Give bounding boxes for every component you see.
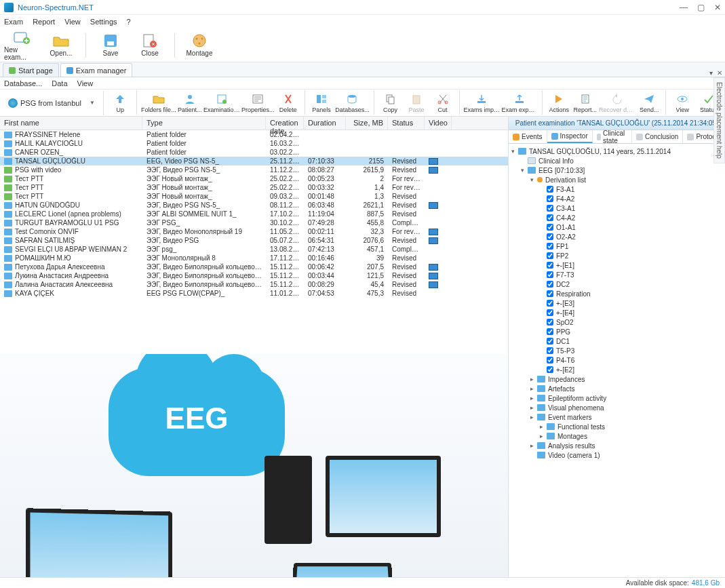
- tree-channel[interactable]: Respiration: [510, 289, 724, 298]
- maximize-button[interactable]: ▢: [697, 3, 705, 12]
- table-row[interactable]: Петухова Дарья АлексеевнаЭЭГ, Видео Бипо…: [0, 262, 508, 271]
- table-row[interactable]: LECLERC Lionel (apnea problems)ЭЭГ ALBI …: [0, 210, 508, 218]
- tab-close-icon[interactable]: ✕: [717, 69, 722, 77]
- tree-eeg[interactable]: ▾EEG [07:10:33]: [510, 165, 724, 175]
- new-exam-button[interactable]: New exam...: [4, 29, 39, 62]
- tree-channel[interactable]: P4-T6: [510, 355, 724, 365]
- col-size[interactable]: Size, MB: [346, 117, 388, 130]
- channel-checkbox[interactable]: [547, 186, 553, 193]
- col-type[interactable]: Type: [142, 117, 266, 130]
- tb2-panels-button[interactable]: Panels: [309, 90, 334, 116]
- tab-start-page[interactable]: Start page: [3, 63, 59, 77]
- channel-checkbox[interactable]: [547, 224, 553, 231]
- table-row[interactable]: CANER OZEN_Patient folder03.02.2015: [0, 148, 508, 157]
- tree-channel[interactable]: FP2: [510, 251, 724, 260]
- tb2-databases-button[interactable]: Databases...: [335, 90, 370, 116]
- tree-channel[interactable]: SpO2: [510, 317, 724, 327]
- channel-checkbox[interactable]: [547, 300, 553, 307]
- tree-clinical-info[interactable]: Clinical Info: [510, 156, 724, 165]
- table-row[interactable]: KAYA ÇIÇEKEEG PSG FLOW(CPAP)_11.01.20180…: [0, 289, 508, 298]
- table-row[interactable]: SEVGİ ELÇİ U8 ABPAP WEINMAN 2ЭЭГ psg_13.…: [0, 245, 508, 254]
- rtab-clinical-state[interactable]: Clinical state: [593, 130, 632, 143]
- tb2-properties-button[interactable]: Properties...: [241, 90, 275, 116]
- database-dropdown[interactable]: PSG from Istanbul ▼: [4, 97, 99, 109]
- channel-checkbox[interactable]: [547, 281, 553, 288]
- table-row[interactable]: HATUN GÜNDOĞDUЭЭГ, Видео PSG NS-5_08.11.…: [0, 201, 508, 210]
- electrode-help-tab[interactable]: Electrode placement help: [713, 77, 725, 163]
- tree-derivation[interactable]: ▾Derivation list: [510, 175, 724, 184]
- tb2-export-button[interactable]: Exam export...: [501, 90, 538, 116]
- tree-folder-video-camera-1-[interactable]: Video (camera 1): [510, 450, 724, 460]
- tree-folder-impedances[interactable]: ▸Impedances: [510, 374, 724, 384]
- table-row[interactable]: Test Comonix ONVIFЭЭГ, Видео Монополярны…: [0, 227, 508, 236]
- sub-view[interactable]: View: [77, 79, 94, 87]
- tree-channel[interactable]: FP1: [510, 241, 724, 251]
- tree-channel[interactable]: DC1: [510, 336, 724, 346]
- tree-channel[interactable]: F3-A1: [510, 184, 724, 194]
- channel-checkbox[interactable]: [547, 338, 553, 345]
- channel-checkbox[interactable]: [547, 309, 553, 316]
- rtab-inspector[interactable]: Inspector: [547, 130, 593, 143]
- table-row[interactable]: Тест PTTЭЭГ Новый монтаж_09.03.201600:01…: [0, 192, 508, 201]
- channel-checkbox[interactable]: [547, 233, 553, 240]
- sub-data[interactable]: Data: [52, 79, 67, 87]
- col-duration[interactable]: Duration: [304, 117, 346, 130]
- tb2-send-button[interactable]: Send...: [637, 90, 661, 116]
- tb2-copy-button[interactable]: Copy: [378, 90, 402, 116]
- rtab-conclusion[interactable]: Conclusion: [632, 130, 683, 143]
- tree-folder-event-markers[interactable]: ▸Event markers: [510, 412, 724, 422]
- tb2-actions-button[interactable]: Actions: [547, 90, 571, 116]
- tree-channel[interactable]: +-[E4]: [510, 308, 724, 317]
- tab-dropdown-icon[interactable]: ▾: [709, 69, 713, 77]
- channel-checkbox[interactable]: [547, 271, 553, 278]
- tree-channel[interactable]: +-[E1]: [510, 260, 724, 270]
- channel-checkbox[interactable]: [547, 262, 553, 269]
- tree-root[interactable]: ▾TANSAL GÜÇLÜOĞLU, 114 years, 25.11.2014: [510, 146, 724, 156]
- tree-folder-montages[interactable]: ▸Montages: [510, 431, 724, 441]
- tree-channel[interactable]: F7-T3: [510, 270, 724, 279]
- channel-checkbox[interactable]: [547, 366, 553, 373]
- table-row[interactable]: SAFRAN SATILMIŞЭЭГ, Видео PSG05.07.20170…: [0, 236, 508, 245]
- tb2-view-button[interactable]: View: [670, 90, 694, 116]
- save-button[interactable]: Save: [93, 29, 128, 62]
- channel-checkbox[interactable]: [547, 214, 553, 221]
- menu-view[interactable]: View: [64, 18, 81, 26]
- close-doc-button[interactable]: Close: [132, 29, 168, 62]
- channel-checkbox[interactable]: [547, 205, 553, 212]
- col-creation-date[interactable]: Creation date: [266, 117, 304, 130]
- tree-channel[interactable]: +-[E3]: [510, 298, 724, 308]
- tb2-folders-button[interactable]: Folders file...: [141, 90, 176, 116]
- table-row[interactable]: HALIL KALAYCIOĞLUPatient folder16.03.201…: [0, 139, 508, 148]
- montage-button[interactable]: Montage: [182, 29, 217, 62]
- menu-help[interactable]: ?: [127, 18, 131, 26]
- close-window-button[interactable]: ✕: [714, 3, 721, 12]
- tree-folder-functional-tests[interactable]: ▸Functional tests: [510, 422, 724, 431]
- table-row[interactable]: Лалина Анастасия АлексеевнаЭЭГ, Видео Би…: [0, 280, 508, 289]
- table-row[interactable]: FRAYSSINET HelenePatient folder02.04.201…: [0, 130, 508, 139]
- col-status[interactable]: Status: [388, 117, 425, 130]
- tab-exam-manager[interactable]: Exam manager: [60, 63, 133, 77]
- rtab-events[interactable]: Events: [509, 130, 547, 143]
- minimize-button[interactable]: —: [680, 3, 688, 12]
- channel-checkbox[interactable]: [547, 252, 553, 259]
- tb2-patient-button[interactable]: Patient...: [178, 90, 202, 116]
- col-first-name[interactable]: First name: [0, 117, 142, 130]
- tb2-import-button[interactable]: Exams impo...: [463, 90, 500, 116]
- tree-channel[interactable]: +-[E2]: [510, 365, 724, 374]
- channel-checkbox[interactable]: [547, 195, 553, 202]
- open-button[interactable]: Open...: [43, 29, 79, 62]
- channel-checkbox[interactable]: [547, 319, 553, 326]
- channel-checkbox[interactable]: [547, 328, 553, 335]
- table-row[interactable]: РОМАШКИН М.ЮЭЭГ Монополярный 817.11.2017…: [0, 254, 508, 262]
- table-row[interactable]: Тест PTTЭЭГ Новый монтаж_25.02.201600:03…: [0, 183, 508, 192]
- channel-checkbox[interactable]: [547, 357, 553, 364]
- table-row[interactable]: PSG with videoЭЭГ, Видео PSG NS-5_11.12.…: [0, 165, 508, 174]
- tree-channel[interactable]: F4-A2: [510, 194, 724, 203]
- tree-folder-artefacts[interactable]: ▸Artefacts: [510, 384, 724, 393]
- channel-checkbox[interactable]: [547, 347, 553, 354]
- tree-channel[interactable]: O1-A1: [510, 222, 724, 232]
- menu-exam[interactable]: Exam: [4, 18, 23, 26]
- menu-report[interactable]: Report: [33, 18, 55, 26]
- tree-channel[interactable]: T5-P3: [510, 346, 724, 355]
- tree-folder-epileptiform-activity[interactable]: ▸Epileptiform activity: [510, 393, 724, 403]
